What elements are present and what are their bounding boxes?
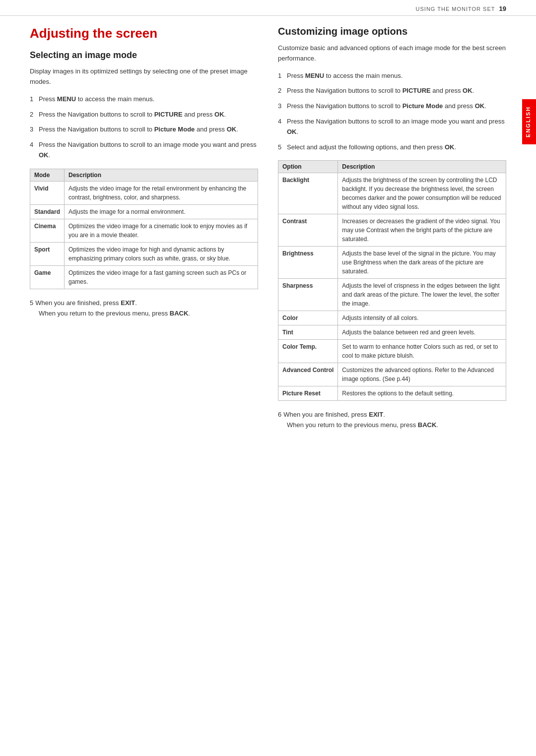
mode-cell: Sport — [30, 242, 65, 265]
exit-bold-left: EXIT — [121, 299, 135, 307]
mode-cell: Vivid — [30, 181, 65, 204]
desc-cell: Adjusts the video image for the retail e… — [65, 181, 258, 204]
desc-cell: Adjusts the base level of the signal in … — [338, 247, 506, 279]
ok-bold-2: OK — [227, 126, 237, 133]
picture-bold-1: PICTURE — [154, 111, 183, 118]
left-step-2: 2 Press the Navigation buttons to scroll… — [30, 110, 258, 120]
option-cell: Picture Reset — [278, 386, 338, 401]
option-cell: Contrast — [278, 214, 338, 247]
option-cell: Backlight — [278, 173, 338, 214]
desc-cell: Adjusts the balance between red and gree… — [338, 325, 506, 340]
right-step-2: 2 Press the Navigation buttons to scroll… — [278, 86, 506, 96]
table-row: CinemaOptimizes the video image for a ci… — [30, 219, 258, 242]
table-row: SportOptimizes the video image for high … — [30, 242, 258, 265]
table-row: BacklightAdjusts the brightness of the s… — [278, 173, 506, 214]
option-cell: Color Temp. — [278, 340, 338, 363]
desc-cell: Adjusts the brightness of the screen by … — [338, 173, 506, 214]
menu-bold-r1: MENU — [305, 72, 324, 79]
option-cell: Advanced Control — [278, 363, 338, 386]
desc-cell: Increases or decreases the gradient of t… — [338, 214, 506, 247]
table-row: Picture ResetRestores the options to the… — [278, 386, 506, 401]
right-sub-title: Customizing image options — [278, 26, 506, 37]
content-area: Adjusting the screen Selecting an image … — [0, 16, 536, 445]
table-row: VividAdjusts the video image for the ret… — [30, 181, 258, 204]
table-row: ContrastIncreases or decreases the gradi… — [278, 214, 506, 247]
table-row: TintAdjusts the balance between red and … — [278, 325, 506, 340]
right-back-note: When you return to the previous menu, pr… — [287, 420, 506, 431]
header-page-number: 19 — [499, 5, 506, 12]
option-cell: Sharpness — [278, 279, 338, 311]
table-row: ColorAdjusts intensity of all colors. — [278, 311, 506, 325]
ok-bold-r2: OK — [475, 102, 485, 110]
desc-cell: Restores the options to the default sett… — [338, 386, 506, 401]
option-cell: Brightness — [278, 247, 338, 279]
desc-cell: Adjusts intensity of all colors. — [338, 311, 506, 325]
desc-cell: Customizes the advanced options. Refer t… — [338, 363, 506, 386]
page-header: USING THE MONITOR SET 19 — [0, 0, 536, 16]
mode-table: Mode Description VividAdjusts the video … — [30, 169, 258, 289]
option-table: Option Description BacklightAdjusts the … — [278, 160, 506, 401]
left-step5-note: 5 When you are finished, press EXIT. Whe… — [30, 298, 258, 319]
option-table-header-option: Option — [278, 161, 338, 173]
ok-bold-3: OK — [39, 151, 49, 159]
left-sub-title: Selecting an image mode — [30, 50, 258, 61]
table-row: Advanced ControlCustomizes the advanced … — [278, 363, 506, 386]
exit-bold-right: EXIT — [369, 411, 383, 418]
option-cell: Tint — [278, 325, 338, 340]
left-step-1: 1 Press MENU to access the main menus. — [30, 94, 258, 105]
mode-table-header-desc: Description — [65, 169, 258, 181]
ok-bold-r4: OK — [445, 143, 455, 151]
option-cell: Color — [278, 311, 338, 325]
desc-cell: Optimizes the video image for a fast gam… — [65, 265, 258, 289]
table-row: GameOptimizes the video image for a fast… — [30, 265, 258, 289]
right-intro: Customize basic and advanced options of … — [278, 43, 506, 64]
desc-cell: Optimizes the video image for high and d… — [65, 242, 258, 265]
right-step-3: 3 Press the Navigation buttons to scroll… — [278, 101, 506, 112]
back-bold-right: BACK — [418, 421, 437, 429]
left-step-4: 4 Press the Navigation buttons to scroll… — [30, 140, 258, 161]
left-back-note: When you return to the previous menu, pr… — [39, 309, 258, 319]
english-tab: ENGLISH — [522, 99, 536, 144]
mode-table-header-mode: Mode — [30, 169, 65, 181]
table-row: BrightnessAdjusts the base level of the … — [278, 247, 506, 279]
picture-mode-bold-1: Picture Mode — [154, 126, 195, 133]
right-column: Customizing image options Customize basi… — [278, 26, 506, 431]
picture-bold-r1: PICTURE — [402, 87, 431, 94]
table-row: StandardAdjusts the image for a normal e… — [30, 204, 258, 219]
right-step6-note: 6 When you are finished, press EXIT. Whe… — [278, 410, 506, 431]
option-table-header-desc: Description — [338, 161, 506, 173]
desc-cell: Optimizes the video image for a cinemati… — [65, 219, 258, 242]
left-intro: Display images in its optimized settings… — [30, 66, 258, 87]
left-column: Adjusting the screen Selecting an image … — [30, 26, 258, 431]
ok-bold-1: OK — [214, 111, 224, 118]
mode-cell: Game — [30, 265, 65, 289]
right-step-5: 5 Select and adjust the following option… — [278, 142, 506, 153]
mode-cell: Standard — [30, 204, 65, 219]
right-step-1: 1 Press MENU to access the main menus. — [278, 71, 506, 81]
page-container: USING THE MONITOR SET 19 ENGLISH Adjusti… — [0, 0, 536, 756]
ok-bold-r3: OK — [287, 128, 297, 135]
header-label: USING THE MONITOR SET — [416, 6, 495, 12]
back-bold-left: BACK — [170, 310, 189, 317]
menu-bold-1: MENU — [57, 95, 76, 103]
desc-cell: Adjusts the level of crispness in the ed… — [338, 279, 506, 311]
left-step-3: 3 Press the Navigation buttons to scroll… — [30, 125, 258, 135]
table-row: SharpnessAdjusts the level of crispness … — [278, 279, 506, 311]
right-step-4: 4 Press the Navigation buttons to scroll… — [278, 117, 506, 137]
desc-cell: Adjusts the image for a normal environme… — [65, 204, 258, 219]
desc-cell: Set to warm to enhance hotter Colors suc… — [338, 340, 506, 363]
left-steps-list: 1 Press MENU to access the main menus. 2… — [30, 94, 258, 161]
picture-mode-bold-r1: Picture Mode — [402, 102, 443, 110]
mode-cell: Cinema — [30, 219, 65, 242]
main-title: Adjusting the screen — [30, 26, 258, 41]
right-steps-list: 1 Press MENU to access the main menus. 2… — [278, 71, 506, 153]
table-row: Color Temp.Set to warm to enhance hotter… — [278, 340, 506, 363]
ok-bold-r1: OK — [463, 87, 472, 94]
